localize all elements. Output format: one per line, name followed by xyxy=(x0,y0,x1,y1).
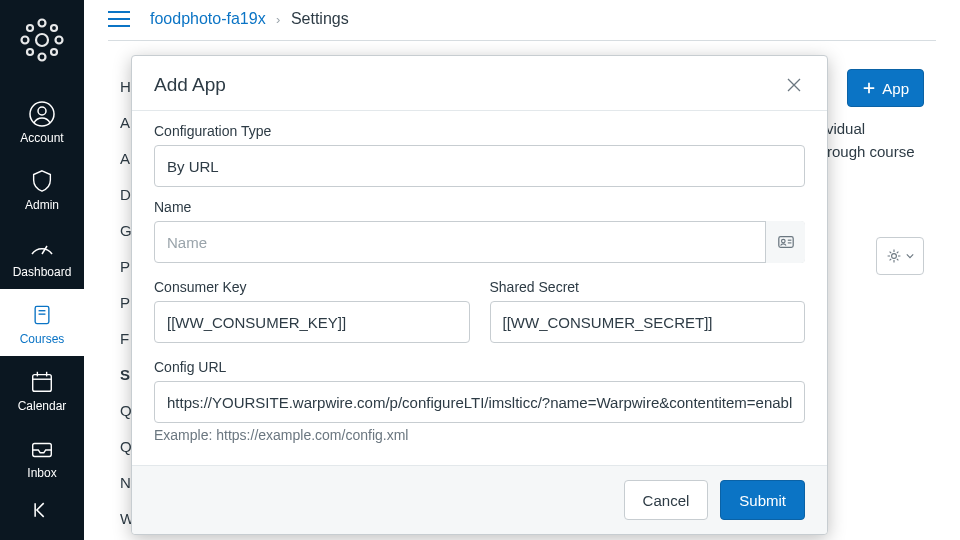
config-url-hint: Example: https://example.com/config.xml xyxy=(154,427,805,443)
row-keys: Consumer Key Shared Secret xyxy=(154,275,805,355)
modal-actions: Cancel Submit xyxy=(132,465,827,534)
label-consumer-key: Consumer Key xyxy=(154,279,470,295)
label-config-url: Config URL xyxy=(154,359,805,375)
select-config-type-value: By URL xyxy=(167,158,219,175)
label-config-type: Configuration Type xyxy=(154,123,805,139)
field-config-type: Configuration Type By URL xyxy=(154,123,805,187)
add-app-modal: Add App Configuration Type By URL Name C… xyxy=(131,55,828,535)
contact-card-icon xyxy=(777,233,795,251)
name-addon-icon-wrap[interactable] xyxy=(765,221,805,263)
input-shared-secret[interactable] xyxy=(490,301,806,343)
input-name[interactable] xyxy=(154,221,805,263)
label-shared-secret: Shared Secret xyxy=(490,279,806,295)
input-config-url[interactable] xyxy=(154,381,805,423)
select-config-type[interactable]: By URL xyxy=(154,145,805,187)
submit-button[interactable]: Submit xyxy=(720,480,805,520)
svg-point-22 xyxy=(781,239,785,243)
modal-body: Configuration Type By URL Name Consumer … xyxy=(132,111,827,465)
modal-header: Add App xyxy=(132,56,827,110)
modal-title: Add App xyxy=(154,74,226,96)
modal-close-button[interactable] xyxy=(783,74,805,96)
field-name: Name xyxy=(154,199,805,263)
cancel-button[interactable]: Cancel xyxy=(624,480,709,520)
input-consumer-key[interactable] xyxy=(154,301,470,343)
field-shared-secret: Shared Secret xyxy=(490,279,806,343)
field-config-url: Config URL Example: https://example.com/… xyxy=(154,359,805,443)
field-consumer-key: Consumer Key xyxy=(154,279,470,343)
label-name: Name xyxy=(154,199,805,215)
close-icon xyxy=(786,77,802,93)
svg-rect-21 xyxy=(778,237,792,248)
